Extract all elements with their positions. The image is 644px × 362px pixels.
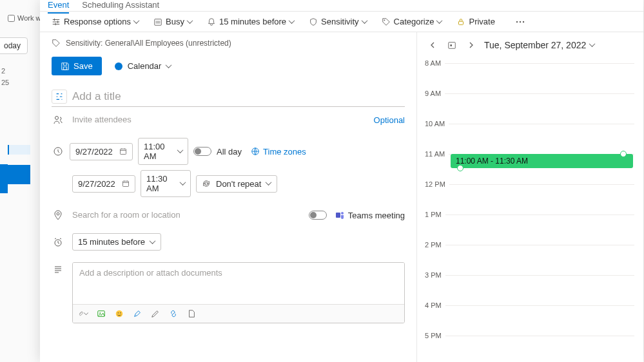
- description-row: [52, 261, 405, 275]
- calendar-icon: [122, 180, 130, 187]
- end-datetime-row: 9/27/2022 11:30 AM Don't repeat: [72, 170, 405, 197]
- link-icon: [169, 309, 178, 318]
- globe-icon: [251, 147, 260, 156]
- hour-label: 8 AM: [425, 59, 445, 67]
- image-button[interactable]: [96, 309, 106, 319]
- event-form: Sensitivity: General\All Employees (unre…: [40, 32, 417, 362]
- event-toolbar: Response options Busy 15 minutes before …: [40, 12, 643, 32]
- repeat-picker[interactable]: Don't repeat: [196, 175, 277, 193]
- sensitivity-info-bar: Sensitivity: General\All Employees (unre…: [52, 39, 405, 48]
- prev-day-button[interactable]: [426, 39, 439, 52]
- attach-button[interactable]: [78, 309, 88, 319]
- emoji-button[interactable]: [114, 309, 124, 319]
- description-icon: [52, 265, 64, 275]
- bg-event-slot2: [0, 164, 8, 193]
- attendees-row: Optional: [52, 112, 405, 128]
- svg-rect-13: [336, 213, 340, 218]
- hour-label: 11 AM: [425, 150, 449, 158]
- insert-file-button[interactable]: [186, 309, 197, 319]
- sensitivity-tag-icon: [52, 39, 61, 48]
- tab-scheduling-assistant[interactable]: Scheduling Assistant: [82, 0, 159, 12]
- event-resize-handle-bottom[interactable]: [457, 165, 463, 171]
- calendar-today-icon: [447, 41, 456, 50]
- title-row: [52, 87, 405, 107]
- next-day-button[interactable]: [465, 39, 478, 52]
- bg-event-slot3: [8, 165, 30, 184]
- chevron-down-icon: [134, 19, 139, 24]
- save-row: Save Calendar: [52, 57, 405, 75]
- calendar-icon: [119, 148, 127, 155]
- svg-point-6: [523, 21, 524, 22]
- chevron-down-icon: [181, 181, 185, 186]
- bg-num1: 2: [1, 67, 5, 75]
- day-preview-header: Tue, September 27, 2022: [426, 39, 634, 52]
- hour-label: 10 AM: [425, 120, 449, 128]
- end-date-picker[interactable]: 9/27/2022: [72, 175, 135, 193]
- bg-today-button: oday: [0, 37, 28, 54]
- svg-rect-1: [156, 21, 161, 23]
- chevron-down-icon: [362, 19, 367, 24]
- reminder-toolbar-button[interactable]: 15 minutes before: [202, 14, 300, 29]
- reminder-toolbar-label: 15 minutes before: [219, 17, 286, 26]
- categorize-button[interactable]: Categorize: [376, 14, 448, 29]
- tab-event[interactable]: Event: [48, 0, 69, 14]
- start-time-picker[interactable]: 11:00 AM: [138, 138, 188, 165]
- hour-label: 4 PM: [425, 301, 445, 309]
- repeat-icon: [202, 179, 211, 188]
- day-preview-date[interactable]: Tue, September 27, 2022: [484, 40, 595, 50]
- description-toolbar: [73, 304, 404, 323]
- preview-event-block[interactable]: 11:00 AM - 11:30 AM: [451, 154, 633, 168]
- title-format-button[interactable]: [52, 90, 67, 104]
- more-toolbar-button[interactable]: [511, 18, 530, 26]
- location-input[interactable]: [72, 207, 301, 223]
- link-button[interactable]: [168, 309, 179, 319]
- start-datetime-row: 9/27/2022 11:00 AM All day Time zones: [52, 138, 405, 165]
- lock-icon: [456, 17, 465, 26]
- time-zones-label: Time zones: [263, 147, 306, 157]
- chevron-down-icon: [166, 64, 171, 69]
- location-row: Teams meeting: [52, 207, 405, 223]
- hour-label: 2 PM: [425, 241, 445, 249]
- svg-point-17: [99, 312, 101, 314]
- end-time-picker[interactable]: 11:30 AM: [141, 170, 191, 197]
- highlight-button[interactable]: [132, 309, 142, 319]
- private-label: Private: [469, 17, 494, 26]
- attendees-input[interactable]: [72, 112, 374, 128]
- day-preview-date-text: Tue, September 27, 2022: [484, 40, 586, 50]
- alarm-icon: [52, 237, 64, 247]
- busy-status-button[interactable]: Busy: [148, 14, 198, 29]
- title-input[interactable]: [72, 90, 405, 103]
- chevron-down-icon: [178, 149, 182, 154]
- signature-button[interactable]: [150, 309, 161, 319]
- optional-attendees-link[interactable]: Optional: [374, 115, 405, 125]
- time-grid[interactable]: 8 AM 9 AM 10 AM 11 AM 12 PM 1 PM 2 PM 3 …: [426, 63, 634, 362]
- response-options-button[interactable]: Response options: [46, 14, 144, 29]
- all-day-toggle[interactable]: [193, 147, 211, 156]
- emoji-icon: [115, 309, 124, 318]
- reminder-picker[interactable]: 15 minutes before: [72, 233, 161, 251]
- sliders-icon: [52, 17, 61, 26]
- time-zones-link[interactable]: Time zones: [251, 147, 306, 157]
- event-resize-handle-top[interactable]: [620, 151, 627, 157]
- today-nav-button[interactable]: [445, 39, 458, 52]
- svg-point-18: [116, 310, 123, 318]
- calendar-selector[interactable]: Calendar: [115, 61, 172, 71]
- start-date-picker[interactable]: 9/27/2022: [70, 143, 133, 160]
- teams-meeting-toggle[interactable]: [309, 211, 327, 220]
- sensitivity-icon: [309, 17, 318, 26]
- preview-event-text: 11:00 AM - 11:30 AM: [456, 157, 528, 166]
- svg-rect-3: [459, 21, 463, 24]
- title-input-wrapper: [52, 87, 405, 107]
- svg-point-19: [118, 312, 119, 313]
- sensitivity-button[interactable]: Sensitivity: [304, 14, 373, 29]
- svg-point-4: [516, 21, 518, 22]
- repeat-label: Don't repeat: [216, 179, 261, 189]
- save-button[interactable]: Save: [52, 57, 102, 75]
- highlight-icon: [133, 309, 142, 318]
- all-day-label: All day: [217, 147, 242, 157]
- bg-workweek: Work we: [8, 14, 45, 22]
- location-icon: [52, 210, 64, 220]
- modal-tabs: Event Scheduling Assistant: [40, 0, 643, 12]
- response-options-label: Response options: [64, 17, 131, 26]
- private-button[interactable]: Private: [451, 14, 500, 29]
